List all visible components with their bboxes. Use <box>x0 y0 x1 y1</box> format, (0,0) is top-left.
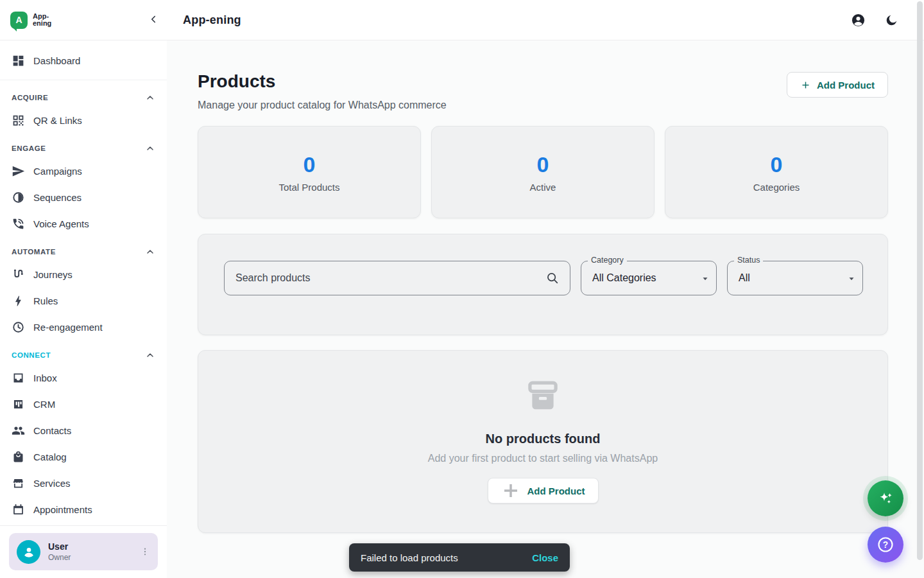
sidebar-item-contacts[interactable]: Contacts <box>0 417 167 444</box>
empty-add-product-label: Add Product <box>527 486 585 496</box>
section-header-automate[interactable]: AUTOMATE <box>0 242 167 261</box>
stats-row: 0 Total Products 0 Active 0 Categories <box>198 126 888 218</box>
section-header-acquire[interactable]: ACQUIRE <box>0 88 167 107</box>
sidebar-item-label: Catalog <box>33 451 67 462</box>
sidebar-item-label: Journeys <box>33 269 73 280</box>
user-meta: User Owner <box>48 541 140 562</box>
sidebar-item-label: Campaigns <box>33 166 82 177</box>
dark-mode-toggle[interactable] <box>885 13 898 27</box>
page-subtitle: Manage your product catalog for WhatsApp… <box>198 100 447 111</box>
qr-code-icon <box>12 114 25 127</box>
sidebar-item-crm[interactable]: CRM <box>0 391 167 417</box>
sidebar-item-dashboard[interactable]: Dashboard <box>0 46 167 74</box>
people-icon <box>12 424 25 437</box>
section-header-connect[interactable]: CONNECT <box>0 346 167 365</box>
stat-label: Total Products <box>278 182 339 193</box>
user-name: User <box>48 541 140 552</box>
search-icon <box>545 271 560 285</box>
sparkles-icon <box>877 490 894 507</box>
moon-icon <box>885 13 898 27</box>
sidebar-item-label: Services <box>33 478 71 489</box>
main-content: Products Manage your product catalog for… <box>167 40 924 578</box>
section-header-engage[interactable]: ENGAGE <box>0 139 167 158</box>
add-product-label: Add Product <box>817 80 875 91</box>
status-select[interactable]: Status All <box>727 261 863 295</box>
scrollbar-thumb[interactable] <box>917 1 923 560</box>
empty-add-product-button[interactable]: Add Product <box>488 478 599 504</box>
sidebar-nav: Dashboard ACQUIRE QR & Links ENGAGE Camp… <box>0 40 167 525</box>
plus-icon <box>800 80 811 91</box>
toast-close-button[interactable]: Close <box>532 552 558 563</box>
category-select-label: Category <box>588 256 627 265</box>
sidebar-bottom-panel: User Owner <box>0 525 167 578</box>
sidebar-item-inbox[interactable]: Inbox <box>0 365 167 391</box>
stat-label: Categories <box>753 182 800 193</box>
help-fab[interactable]: ? <box>868 527 903 563</box>
empty-state: No products found Add your first product… <box>198 350 888 533</box>
sidebar-item-label: Voice Agents <box>33 218 89 229</box>
toast-message: Failed to load products <box>361 552 458 563</box>
sidebar-item-appointments[interactable]: Appointments <box>0 496 167 523</box>
sidebar-item-campaigns[interactable]: Campaigns <box>0 158 167 184</box>
topbar: App-ening <box>167 0 924 40</box>
sidebar-item-label: QR & Links <box>33 115 82 126</box>
stat-card-categories: 0 Categories <box>665 126 888 218</box>
sidebar-item-re-engagement[interactable]: Re-engagement <box>0 314 167 340</box>
account-circle-icon <box>851 13 866 28</box>
plus-icon <box>501 481 520 500</box>
account-button[interactable] <box>851 13 866 28</box>
chevron-up-icon <box>145 92 155 103</box>
stat-value: 0 <box>304 152 316 177</box>
sidebar-item-catalog[interactable]: Catalog <box>0 444 167 470</box>
sidebar-item-label: Rules <box>33 295 58 306</box>
sidebar-logo-row: A App- ening <box>0 0 167 40</box>
category-select[interactable]: Category All Categories <box>581 261 717 295</box>
user-role: Owner <box>48 553 140 562</box>
topbar-title: App-ening <box>183 13 851 27</box>
empty-state-title: No products found <box>198 432 887 446</box>
route-icon <box>12 268 25 281</box>
svg-text:?: ? <box>883 540 888 550</box>
inbox-icon <box>12 371 25 385</box>
sidebar-item-qr-links[interactable]: QR & Links <box>0 107 167 134</box>
status-select-value: All <box>728 261 862 294</box>
dashboard-icon <box>12 54 25 67</box>
user-card[interactable]: User Owner <box>9 533 158 570</box>
search-field <box>224 261 570 295</box>
sidebar-item-label: Inbox <box>33 372 57 383</box>
app-logo-text: App- ening <box>33 13 51 28</box>
inventory-box-icon <box>525 379 561 415</box>
chevron-left-icon <box>148 13 159 25</box>
filter-bar: Category All Categories Status All <box>198 234 888 335</box>
sidebar-item-journeys[interactable]: Journeys <box>0 261 167 288</box>
sidebar-item-sequences[interactable]: Sequences <box>0 184 167 211</box>
page-title: Products <box>198 70 275 93</box>
phone-in-talk-icon <box>12 217 25 231</box>
chevron-up-icon <box>145 350 155 360</box>
sidebar-collapse-button[interactable] <box>148 13 159 25</box>
shopping-bag-icon <box>12 450 25 464</box>
caret-down-icon <box>848 275 855 283</box>
ai-assistant-fab[interactable] <box>868 480 903 516</box>
sidebar: A App- ening Dashboard ACQUIRE QR & Link… <box>0 0 167 578</box>
sidebar-divider <box>0 80 167 80</box>
sidebar-item-label: CRM <box>33 399 55 410</box>
dots-vertical-icon[interactable] <box>140 547 150 557</box>
person-icon <box>21 544 37 559</box>
caret-down-icon <box>701 275 709 283</box>
empty-state-subtitle: Add your first product to start selling … <box>198 453 887 464</box>
sidebar-item-label: Dashboard <box>33 55 80 66</box>
sidebar-item-rules[interactable]: Rules <box>0 288 167 314</box>
kanban-icon <box>12 398 25 411</box>
avatar <box>17 540 40 564</box>
sidebar-item-label: Sequences <box>33 192 81 203</box>
sidebar-item-voice-agents[interactable]: Voice Agents <box>0 211 167 237</box>
sidebar-item-label: Appointments <box>33 504 92 515</box>
stat-card-active: 0 Active <box>431 126 654 218</box>
clock-icon <box>12 320 25 334</box>
add-product-button[interactable]: Add Product <box>787 72 888 98</box>
status-select-label: Status <box>734 256 763 265</box>
calendar-icon <box>12 503 25 516</box>
sidebar-item-services[interactable]: Services <box>0 470 167 496</box>
search-input[interactable] <box>235 272 545 284</box>
